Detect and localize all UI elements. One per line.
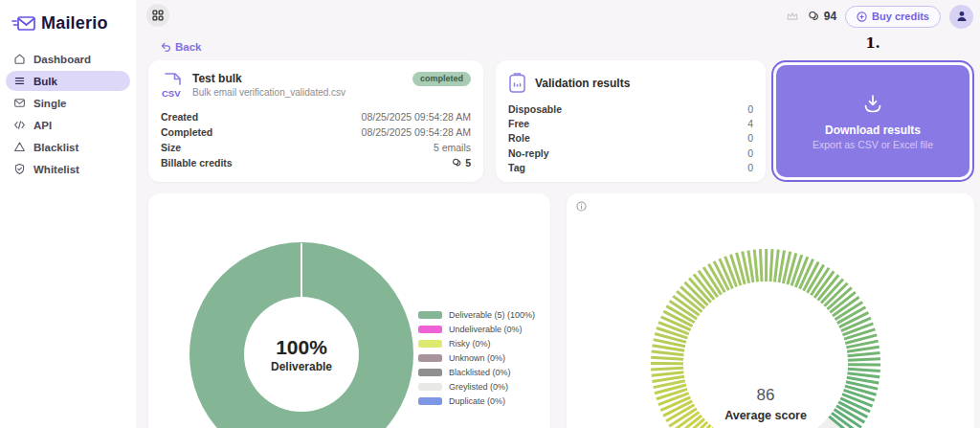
row-label: Billable credits (161, 157, 233, 169)
bulk-card-title: Test bulk (192, 72, 345, 85)
detail-row: Size 5 emails (148, 140, 483, 155)
sidebar-item-api[interactable]: API (6, 115, 130, 135)
person-icon (955, 10, 969, 23)
status-badge: completed (412, 72, 471, 86)
row-value: 0 (747, 132, 753, 144)
coins-icon (452, 158, 462, 169)
row-value: 08/25/2025 09:54:28 AM (362, 111, 471, 123)
row-label: Tag (508, 162, 525, 173)
coins-icon (808, 11, 820, 23)
brand-logo[interactable]: Mailerio (0, 0, 136, 34)
credits-counter[interactable]: 94 (808, 10, 836, 23)
legend-swatch (418, 340, 442, 348)
legend-item[interactable]: Blacklisted (0%) (418, 368, 535, 377)
sidebar-item-bulk[interactable]: Bulk (6, 71, 130, 91)
legend-item[interactable]: Deliverable (5) (100%) (418, 310, 535, 320)
download-results-card[interactable]: Download results Export as CSV or Excel … (771, 60, 974, 182)
sidebar-item-single[interactable]: Single (6, 93, 130, 113)
legend-item[interactable]: Greylisted (0%) (418, 382, 535, 392)
row-value: 5 emails (434, 142, 471, 153)
donut-slice-divider (301, 243, 302, 300)
row-label: Size (161, 142, 181, 153)
envelope-logo-icon (11, 14, 36, 34)
detail-row: No-reply 0 (496, 146, 766, 160)
brand-name: Mailerio (41, 13, 108, 34)
legend-item[interactable]: Risky (0%) (418, 339, 535, 349)
download-card-body[interactable]: Download results Export as CSV or Excel … (776, 65, 969, 177)
legend-label: Unknown (0%) (449, 353, 505, 363)
legend-swatch (418, 369, 442, 376)
donut-center-label: Deliverable (271, 360, 332, 373)
grid-icon (152, 10, 164, 21)
bulk-summary-card: CSV Test bulk Bulk email verification_va… (148, 60, 483, 182)
row-label: No-reply (508, 147, 549, 159)
crown-icon[interactable] (786, 10, 799, 23)
donut-center-value: 100% (276, 336, 327, 359)
row-label: Role (508, 132, 530, 144)
back-arrow-icon (161, 42, 171, 53)
legend-label: Risky (0%) (449, 339, 491, 349)
detail-row: Created 08/25/2025 09:54:28 AM (148, 109, 483, 124)
donut-chart[interactable]: 100% Deliverable (189, 242, 413, 428)
gauge-label: Average score (567, 409, 965, 422)
envelope-icon (13, 97, 26, 109)
sidebar-item-label: Bulk (33, 76, 57, 87)
average-score-gauge-card: 86 Average score (567, 193, 974, 428)
bulk-card-filename: Bulk email verification_validated.csv (192, 87, 345, 98)
bulk-card-rows: Created 08/25/2025 09:54:28 AM Completed… (148, 109, 483, 170)
deliverability-donut-card: 100% Deliverable Deliverable (5) (100%) … (148, 193, 550, 428)
row-value: 0 (747, 162, 753, 173)
back-link[interactable]: Back (161, 41, 202, 53)
donut-center: 100% Deliverable (244, 297, 359, 412)
sidebar: Mailerio Dashboard Bulk Single (0, 0, 136, 428)
legend-swatch (418, 383, 442, 391)
donut-legend: Deliverable (5) (100%) Undeliverable (0%… (418, 310, 535, 406)
sidebar-nav: Dashboard Bulk Single API (0, 49, 136, 179)
detail-row: Completed 08/25/2025 09:54:28 AM (148, 124, 483, 140)
sidebar-item-label: Whitelist (33, 164, 79, 175)
row-value: 4 (747, 118, 753, 129)
validation-card-rows: Disposable 0 Free 4 Role 0 No-reply 0 Ta… (496, 101, 766, 175)
row-label: Free (508, 118, 529, 129)
plus-circle-icon (857, 11, 867, 22)
buy-credits-label: Buy credits (872, 11, 929, 22)
sidebar-item-label: Single (33, 98, 67, 109)
row-label: Disposable (508, 103, 562, 115)
csv-file-icon: CSV (161, 72, 184, 101)
topbar-right: 94 Buy credits (786, 4, 973, 29)
validation-results-card: Validation results Disposable 0 Free 4 R… (496, 60, 766, 182)
legend-item[interactable]: Duplicate (0%) (418, 396, 535, 406)
code-icon (13, 119, 26, 131)
legend-item[interactable]: Undeliverable (0%) (418, 325, 535, 334)
legend-swatch (418, 397, 442, 405)
legend-label: Deliverable (5) (100%) (449, 310, 535, 320)
sidebar-item-dashboard[interactable]: Dashboard (6, 49, 130, 69)
legend-swatch (418, 311, 442, 319)
profile-avatar[interactable] (949, 5, 973, 29)
clipboard-icon (508, 72, 526, 94)
svg-text:CSV: CSV (162, 88, 181, 99)
sidebar-item-whitelist[interactable]: Whitelist (6, 159, 130, 179)
download-icon (860, 93, 885, 116)
app-window: Mailerio Dashboard Bulk Single (0, 0, 980, 428)
home-icon (13, 53, 26, 65)
row-label: Completed (161, 126, 212, 138)
legend-item[interactable]: Unknown (0%) (418, 353, 535, 363)
row-value: 08/25/2025 09:54:28 AM (362, 126, 471, 138)
detail-row: Billable credits 5 (148, 155, 483, 170)
row-value: 5 (452, 157, 471, 169)
buy-credits-button[interactable]: Buy credits (845, 6, 941, 28)
apps-grid-button[interactable] (146, 4, 169, 27)
sidebar-item-blacklist[interactable]: Blacklist (6, 137, 130, 157)
validation-card-header: Validation results (496, 60, 766, 101)
sidebar-item-label: API (33, 120, 52, 131)
row-value: 0 (747, 103, 753, 115)
sidebar-item-label: Blacklist (33, 142, 78, 153)
billable-credits-value: 5 (465, 157, 471, 169)
credits-count: 94 (824, 10, 836, 23)
legend-label: Greylisted (0%) (449, 382, 508, 392)
download-subtitle: Export as CSV or Excel file (813, 139, 933, 150)
legend-label: Blacklisted (0%) (449, 368, 511, 377)
step-annotation: 1. (771, 34, 974, 52)
warning-icon (13, 141, 26, 153)
